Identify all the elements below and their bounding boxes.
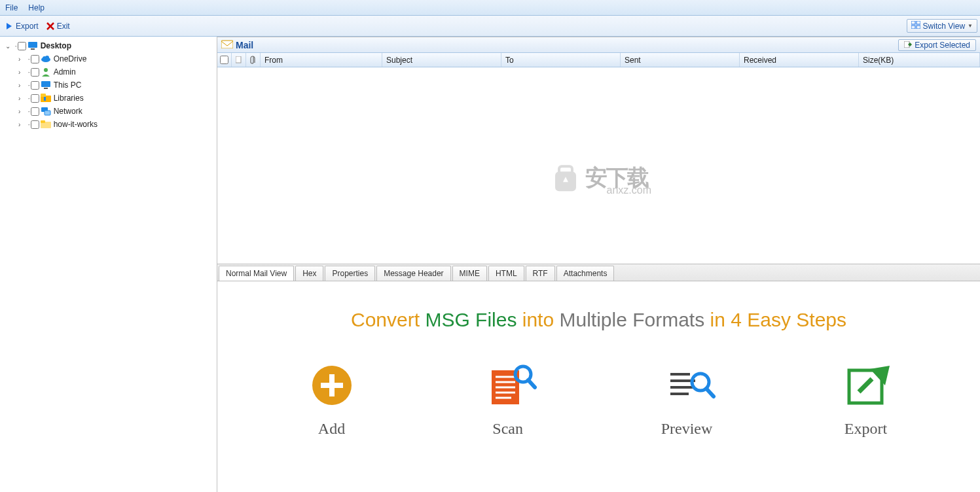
tab-mime[interactable]: MIME: [452, 266, 487, 281]
tree-checkbox[interactable]: [31, 81, 39, 90]
col-from[interactable]: From: [261, 53, 382, 67]
monitor-icon: [41, 80, 51, 90]
col-received[interactable]: Received: [740, 53, 859, 67]
tree-node-onedrive[interactable]: ›·· OneDrive: [0, 52, 217, 65]
svg-point-11: [45, 56, 49, 60]
tree-node-thispc[interactable]: ›·· This PC: [0, 79, 217, 92]
watermark: 安下载 anxz.com: [550, 162, 648, 194]
step-preview: Preview: [661, 362, 713, 438]
scan-icon: [485, 362, 531, 408]
tab-hex[interactable]: Hex: [295, 266, 323, 281]
svg-rect-28: [559, 166, 572, 174]
col-subject[interactable]: Subject: [382, 53, 501, 67]
switch-view-label: Switch View: [923, 22, 965, 31]
svg-rect-27: [555, 171, 576, 191]
expand-icon[interactable]: ›: [18, 82, 26, 89]
tab-normal-mail-view[interactable]: Normal Mail View: [219, 266, 294, 281]
col-checkbox[interactable]: [217, 53, 232, 67]
network-icon: [41, 106, 51, 116]
col-flag-icon[interactable]: [232, 53, 246, 67]
cloud-icon: [41, 54, 51, 64]
export-button[interactable]: Export: [3, 20, 43, 32]
tree-node-desktop[interactable]: ⌄ ·· Desktop: [0, 39, 217, 52]
tree-checkbox[interactable]: [31, 94, 39, 103]
col-sent[interactable]: Sent: [621, 53, 740, 67]
expand-icon[interactable]: ›: [18, 56, 26, 63]
tree-node-libraries[interactable]: ›·· Libraries: [0, 92, 217, 105]
step-export: Export: [843, 362, 888, 438]
preview-tabs: Normal Mail View Hex Properties Message …: [217, 264, 980, 281]
expand-icon[interactable]: ›: [18, 121, 26, 128]
svg-rect-26: [236, 56, 241, 63]
svg-rect-32: [321, 383, 343, 388]
tree-node-howitworks[interactable]: ›·· how-it-works: [0, 118, 217, 131]
switch-view-button[interactable]: Switch View ▼: [907, 19, 977, 33]
tree-label: Admin: [52, 67, 76, 77]
tree-label: OneDrive: [52, 54, 87, 63]
step-scan: Scan: [485, 362, 531, 438]
svg-rect-8: [31, 48, 35, 50]
menu-file[interactable]: File: [5, 3, 18, 12]
collapse-icon[interactable]: ⌄: [5, 43, 13, 50]
exit-button[interactable]: Exit: [43, 20, 74, 32]
toolbar: Export Exit Switch View ▼: [0, 16, 980, 37]
menubar: File Help: [0, 0, 980, 16]
user-icon: [41, 67, 51, 77]
svg-marker-0: [7, 23, 12, 29]
svg-marker-29: [563, 177, 568, 182]
svg-rect-7: [28, 42, 37, 48]
play-icon: [7, 23, 13, 29]
promo-panel: Convert MSG Files into Multiple Formats …: [217, 281, 980, 492]
switch-view-icon: [911, 21, 920, 31]
svg-rect-14: [44, 88, 48, 89]
libraries-icon: [41, 93, 51, 103]
svg-rect-21: [41, 120, 45, 123]
preview-icon: [664, 362, 710, 408]
svg-rect-3: [911, 21, 915, 24]
export-selected-button[interactable]: Export Selected: [898, 39, 976, 51]
export-arrow-icon: [904, 41, 912, 50]
mail-grid: 安下载 anxz.com: [217, 67, 980, 264]
col-to[interactable]: To: [501, 53, 621, 67]
tree-label: This PC: [52, 80, 82, 90]
svg-rect-17: [44, 97, 46, 101]
expand-icon[interactable]: ›: [18, 69, 26, 76]
col-attachment-icon[interactable]: [246, 53, 261, 67]
tab-message-header[interactable]: Message Header: [376, 266, 450, 281]
monitor-icon: [27, 41, 38, 51]
tree-node-network[interactable]: ›·· Network: [0, 105, 217, 118]
mail-icon: [221, 39, 233, 50]
exit-label: Exit: [57, 22, 70, 31]
tree-checkbox[interactable]: [31, 55, 39, 63]
add-icon: [309, 362, 355, 408]
tree-node-admin[interactable]: ›·· Admin: [0, 65, 217, 79]
tree-checkbox[interactable]: [31, 107, 39, 116]
svg-rect-6: [916, 26, 920, 29]
svg-line-46: [706, 389, 714, 396]
content-pane: Mail Export Selected From Subject To Sen…: [217, 37, 980, 492]
svg-line-40: [528, 380, 535, 387]
tab-attachments[interactable]: Attachments: [556, 266, 615, 281]
step-add: Add: [309, 362, 355, 438]
expand-icon[interactable]: ›: [18, 108, 26, 115]
tree-checkbox[interactable]: [31, 120, 39, 129]
mail-header: Mail Export Selected: [217, 37, 980, 53]
tree-checkbox[interactable]: [18, 42, 26, 50]
tab-html[interactable]: HTML: [488, 266, 524, 281]
menu-help[interactable]: Help: [28, 3, 45, 12]
col-size[interactable]: Size(KB): [859, 53, 980, 67]
export-label: Export: [16, 22, 39, 31]
mail-title: Mail: [236, 40, 253, 50]
svg-rect-13: [41, 81, 50, 87]
chevron-down-icon: ▼: [968, 23, 973, 29]
svg-rect-22: [221, 41, 233, 48]
tab-rtf[interactable]: RTF: [526, 266, 555, 281]
export-icon: [843, 362, 888, 408]
tab-properties[interactable]: Properties: [325, 266, 375, 281]
tree-checkbox[interactable]: [31, 68, 39, 77]
tree-label: Desktop: [39, 41, 71, 50]
svg-point-12: [44, 68, 48, 72]
select-all-checkbox[interactable]: [220, 56, 228, 64]
svg-rect-16: [41, 94, 46, 97]
expand-icon[interactable]: ›: [18, 95, 26, 102]
